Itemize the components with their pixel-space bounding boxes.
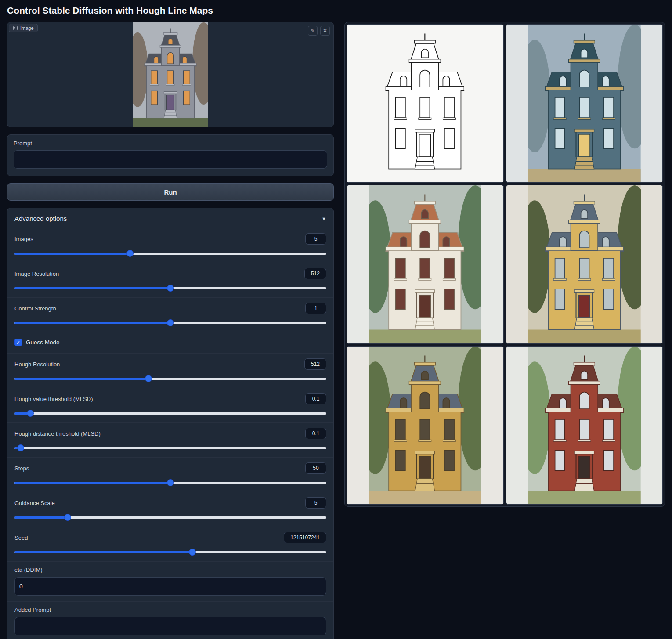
slider-handle[interactable] [126,250,134,257]
advanced-options-block: Advanced options ▼ Images5Image Resoluti… [7,208,334,639]
prompt-label: Prompt [14,140,327,147]
control-row-hough-resolution: Hough Resolution512 [7,353,333,388]
control-row-seed: Seed1215107241 [7,527,333,561]
gallery-item-blue-house[interactable] [506,24,663,183]
control-row-guess-mode: ✓Guess Mode [7,332,333,353]
slider-handle[interactable] [27,410,34,417]
gallery-item-hough-line-map[interactable] [347,24,504,183]
house-image [528,185,641,343]
slider-images[interactable] [14,250,326,257]
house-image [369,347,481,504]
slider-hough-resolution[interactable] [14,375,326,382]
slider-label: Images [14,236,33,242]
slider-value-box[interactable]: 1 [305,303,326,314]
slider-label: Hough distance threshold (MLSD) [14,430,101,437]
guess-mode-checkbox[interactable]: ✓Guess Mode [14,337,326,347]
slider-fill [14,378,148,380]
slider-handle[interactable] [64,514,71,521]
input-image[interactable] [7,22,333,127]
slider-guidance-scale[interactable] [14,514,326,521]
page-title: Control Stable Diffusion with Hough Line… [0,0,672,22]
slider-fill [14,482,170,484]
slider-track [14,447,326,449]
gallery-item-golden-house[interactable] [347,346,504,505]
prompt-block: Prompt [7,134,334,176]
slider-fill [14,322,170,324]
image-block-label-text: Image [20,25,34,31]
slider-label: Control Strength [14,305,56,312]
control-row-added-prompt: Added Prompt [7,601,333,639]
slider-handle[interactable] [167,479,174,486]
control-row-images: Images5 [7,228,333,263]
slider-fill [14,253,130,255]
input-image-block: Image ✎ ✕ [7,22,334,127]
slider-label: Steps [14,465,29,472]
house-image [369,185,481,343]
prompt-input[interactable] [14,150,327,169]
slider-handle[interactable] [189,549,196,556]
control-row-steps: Steps50 [7,457,333,492]
image-block-label: Image [9,24,38,32]
left-column: Image ✎ ✕ [7,22,334,639]
edit-image-button[interactable]: ✎ [308,26,318,36]
slider-handle[interactable] [167,285,174,292]
slider-value-box[interactable]: 50 [305,462,326,474]
house-image [528,25,641,182]
gallery-item-yellow-house[interactable] [506,185,663,343]
house-image [528,347,641,504]
accordion-arrow-icon: ▼ [322,216,326,221]
slider-label: Seed [14,534,28,541]
control-row-guidance-scale: Guidance Scale5 [7,492,333,527]
slider-seed[interactable] [14,549,326,556]
run-button[interactable]: Run [7,183,334,201]
eta-ddim-input[interactable] [14,577,326,596]
image-icon [13,25,18,31]
slider-hough-distance-threshold-mlsd[interactable] [14,444,326,451]
slider-track [14,412,326,415]
slider-handle[interactable] [17,444,24,451]
image-toolbar: ✎ ✕ [308,26,330,36]
slider-value-box[interactable]: 1215107241 [284,532,326,543]
field-label: Added Prompt [14,607,326,613]
slider-fill [14,287,170,289]
slider-control-strength[interactable] [14,319,326,326]
app: Control Stable Diffusion with Hough Line… [0,0,672,639]
slider-value-box[interactable]: 512 [304,268,326,279]
advanced-controls: Images5Image Resolution512Control Streng… [7,228,333,639]
slider-value-box[interactable]: 5 [305,233,326,245]
house-image [369,25,481,182]
clear-image-button[interactable]: ✕ [320,26,330,36]
control-row-hough-value-threshold-mlsd: Hough value threshold (MLSD)0.1 [7,388,333,422]
slider-fill [14,516,68,519]
control-row-eta-ddim: eta (DDIM) [7,561,333,601]
added-prompt-input[interactable] [14,617,326,635]
slider-fill [14,551,192,553]
gallery-item-white-house[interactable] [347,185,504,343]
control-row-control-strength: Control Strength1 [7,297,333,332]
control-row-hough-distance-threshold-mlsd: Hough distance threshold (MLSD)0.1 [7,422,333,457]
advanced-options-accordion[interactable]: Advanced options ▼ [7,208,333,228]
slider-handle[interactable] [167,319,174,326]
gallery-item-red-house[interactable] [506,346,663,505]
slider-steps[interactable] [14,479,326,486]
slider-label: Image Resolution [14,271,59,277]
main-layout: Image ✎ ✕ [0,22,672,639]
slider-label: Hough value threshold (MLSD) [14,396,93,402]
checkbox-checked-icon[interactable]: ✓ [14,339,22,346]
field-label: eta (DDIM) [14,567,326,573]
slider-image-resolution[interactable] [14,285,326,292]
control-row-image-resolution: Image Resolution512 [7,263,333,297]
advanced-options-label: Advanced options [14,215,67,222]
checkbox-label: Guess Mode [26,339,60,346]
right-column [344,22,665,507]
slider-hough-value-threshold-mlsd[interactable] [14,410,326,417]
house-image [133,22,208,127]
slider-value-box[interactable]: 0.1 [305,428,326,439]
slider-value-box[interactable]: 512 [304,358,326,370]
slider-handle[interactable] [145,375,152,382]
slider-value-box[interactable]: 5 [305,497,326,509]
slider-label: Hough Resolution [14,361,60,368]
result-gallery [344,22,665,507]
slider-label: Guidance Scale [14,500,55,506]
slider-value-box[interactable]: 0.1 [305,393,326,404]
